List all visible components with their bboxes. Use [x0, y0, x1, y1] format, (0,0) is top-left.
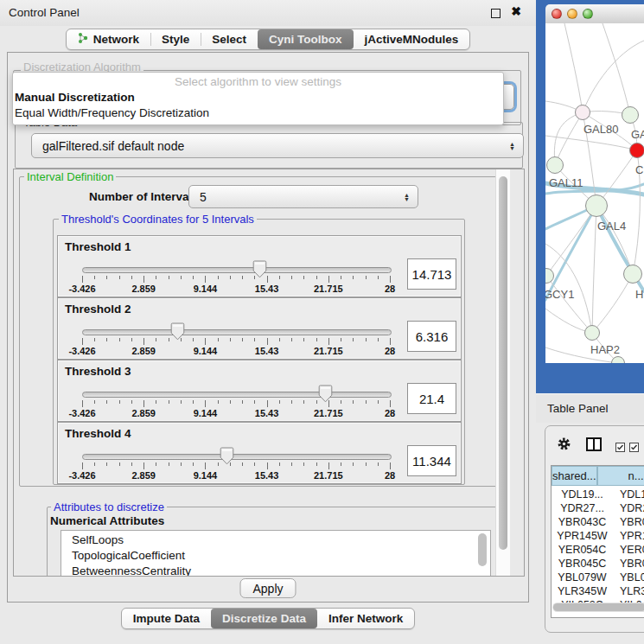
cell-name[interactable]: YBR0 — [613, 516, 644, 530]
tick-label: -3.426 — [68, 284, 95, 294]
threshold-value[interactable]: 14.713 — [407, 258, 456, 290]
checkbox-icon[interactable] — [615, 440, 625, 456]
horizontal-scrollbar[interactable] — [552, 603, 644, 612]
network-node-c[interactable] — [629, 143, 644, 158]
network-canvas[interactable]: GAL80GACGAL11GAL4GCY1HHAP2 — [545, 23, 644, 363]
threshold-label: Threshold 1 — [65, 240, 131, 253]
table-data-combobox[interactable]: galFiltered.sif default node ▲▼ — [31, 133, 524, 158]
cell-name[interactable]: YDR2 — [613, 502, 644, 516]
tick-mark — [328, 462, 329, 469]
minimize-traffic-light-icon[interactable] — [567, 9, 577, 19]
network-node-gal11[interactable] — [546, 156, 564, 174]
dropdown-option-equal-width-frequency[interactable]: Equal Width/Frequency Discretization — [15, 106, 501, 121]
tab-network[interactable]: Network — [67, 29, 150, 49]
dropdown-option-manual-discretization[interactable]: Manual Discretization — [15, 91, 501, 105]
tick-mark — [378, 400, 379, 404]
tick-mark — [291, 338, 292, 341]
slider-track[interactable] — [82, 454, 392, 460]
column-header-shared-name[interactable]: shared... — [552, 466, 597, 486]
cell-name[interactable]: YBR0 — [613, 558, 644, 571]
tab-select[interactable]: Select — [201, 29, 258, 49]
cell-shared-name[interactable]: YDL19... — [552, 488, 613, 502]
tab-impute-data[interactable]: Impute Data — [122, 609, 211, 628]
group-title: Attributes to discretize — [51, 501, 167, 513]
tab-label: Select — [212, 33, 246, 46]
cell-shared-name[interactable]: YBR043C — [552, 516, 613, 530]
node-table: shared... n... YDL19...YDL1YDR27...YDR2Y… — [551, 465, 644, 618]
column-header-name[interactable]: n... — [597, 466, 644, 486]
attribute-list-item[interactable]: TopologicalCoefficient — [72, 548, 490, 564]
scrollbar-thumb[interactable] — [499, 176, 507, 550]
attribute-list-item[interactable]: SelfLoops — [72, 532, 490, 548]
checkbox-icon[interactable] — [629, 440, 639, 456]
zoom-traffic-light-icon[interactable] — [583, 9, 593, 19]
table-row[interactable]: YBR043CYBR0 — [552, 516, 644, 530]
tick-mark — [242, 462, 243, 466]
slider-track[interactable] — [82, 392, 392, 398]
number-of-intervals-combobox[interactable]: 5 ▲▼ — [188, 185, 418, 208]
slider-ticks — [82, 462, 390, 469]
apply-button[interactable]: Apply — [239, 578, 296, 598]
tab-infer-network[interactable]: Infer Network — [317, 609, 414, 628]
network-node-hap2[interactable] — [584, 325, 600, 341]
cell-shared-name[interactable]: YPR145W — [552, 530, 613, 544]
cell-shared-name[interactable]: YDR27... — [552, 502, 613, 516]
cell-name[interactable]: YPR1 — [613, 530, 644, 544]
tick-mark — [181, 400, 182, 404]
slider-track[interactable] — [82, 329, 392, 335]
slider-tick-labels: -3.4262.8599.14415.4321.71528 — [82, 408, 390, 419]
slider-track[interactable] — [82, 267, 392, 273]
cell-name[interactable]: YBL0 — [613, 571, 644, 585]
cell-shared-name[interactable]: YLR345W — [552, 585, 613, 599]
cell-name[interactable]: YER0 — [613, 544, 644, 558]
table-row[interactable]: YBL079WYBL0 — [552, 571, 644, 585]
close-traffic-light-icon[interactable] — [552, 9, 562, 19]
cell-shared-name[interactable]: YBR045C — [552, 558, 613, 571]
tab-discretize-data[interactable]: Discretize Data — [211, 609, 317, 628]
network-node-h[interactable] — [623, 265, 642, 284]
group-title: Interval Definition — [24, 170, 116, 183]
attribute-list-item[interactable]: BetweennessCentrality — [72, 564, 490, 577]
network-node-gal4[interactable] — [585, 194, 608, 217]
tab-style[interactable]: Style — [150, 29, 201, 49]
threshold-value[interactable]: 21.4 — [407, 383, 456, 414]
tick-mark — [267, 338, 268, 345]
cell-shared-name[interactable]: YER054C — [552, 544, 613, 558]
tab-jactivemnodules[interactable]: jActiveMNodules — [354, 29, 470, 49]
table-panel-header: Table Panel — [536, 393, 644, 423]
vertical-scrollbar[interactable] — [495, 169, 510, 576]
tick-mark — [328, 276, 329, 283]
cell-shared-name[interactable]: YBL079W — [552, 571, 613, 585]
tick-label: 28 — [385, 470, 395, 481]
threshold-value[interactable]: 11.344 — [407, 445, 456, 476]
threshold-value[interactable]: 6.316 — [407, 321, 456, 352]
network-window-titlebar — [545, 4, 644, 24]
table-row[interactable]: YBR045CYBR0 — [552, 558, 644, 571]
gear-icon[interactable] — [557, 437, 571, 455]
scrollbar-thumb[interactable] — [553, 603, 644, 611]
table-row[interactable]: YDR27...YDR2 — [552, 502, 644, 516]
thresholds-group: Threshold's Coordinates for 5 Intervals … — [53, 219, 465, 485]
tick-mark — [169, 462, 169, 466]
table-row[interactable]: YLR345WYLR3 — [552, 585, 644, 599]
panel-title: Control Panel — [9, 6, 80, 19]
float-window-icon[interactable] — [491, 9, 501, 18]
tick-mark — [353, 462, 354, 466]
cell-name[interactable]: YLR3 — [613, 585, 644, 599]
list-scrollbar[interactable] — [478, 533, 487, 566]
tick-label: 2.859 — [131, 284, 156, 294]
slider-ticks — [82, 275, 390, 283]
tab-cyni-toolbox[interactable]: Cyni Toolbox — [258, 29, 354, 49]
columns-icon[interactable] — [586, 437, 602, 455]
tick-mark — [279, 276, 280, 279]
table-row[interactable]: YER054CYER0 — [552, 544, 644, 558]
table-row[interactable]: YPR145WYPR1 — [552, 530, 644, 544]
tick-mark — [291, 400, 292, 404]
network-node-ga[interactable] — [622, 106, 639, 124]
interval-definition-group: Interval Definition Number of Intervals … — [19, 176, 504, 487]
network-node-gal80[interactable] — [575, 105, 590, 120]
table-row[interactable]: YDL19...YDL1 — [552, 488, 644, 502]
tick-mark — [230, 338, 231, 341]
close-icon[interactable]: ✖ — [511, 5, 521, 17]
cell-name[interactable]: YDL1 — [613, 488, 644, 502]
